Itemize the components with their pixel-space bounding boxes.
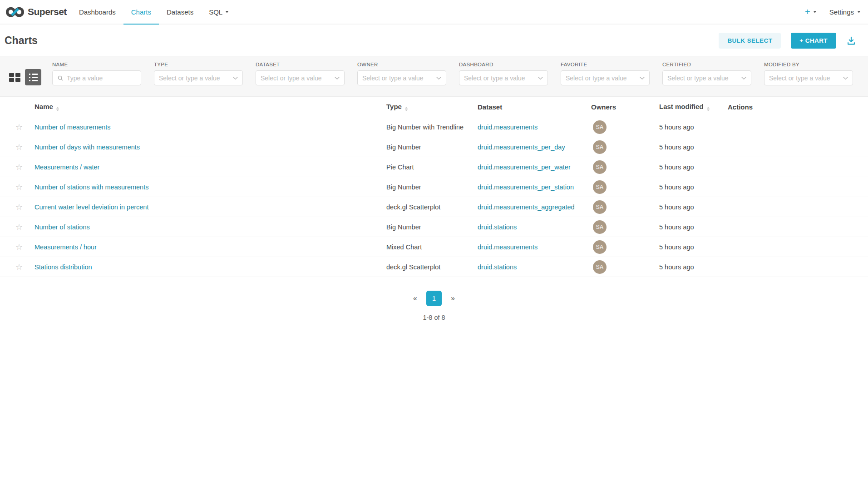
- favorite-star-icon[interactable]: ☆: [15, 183, 23, 191]
- chevron-down-icon: [436, 76, 441, 80]
- owner-avatar: SA: [593, 180, 607, 194]
- dataset-link[interactable]: druid.measurements_per_station: [478, 184, 574, 191]
- filter-dataset: DATASET Select or type a value: [256, 62, 345, 85]
- certified-filter-select[interactable]: Select or type a value: [662, 70, 751, 85]
- pagination: « 1 »: [0, 291, 868, 306]
- favorite-star-icon[interactable]: ☆: [15, 143, 23, 151]
- filter-label: MODIFIED BY: [764, 62, 853, 67]
- owner-avatar: SA: [593, 160, 607, 174]
- filter-label: DATASET: [256, 62, 345, 67]
- name-column-header[interactable]: Name: [35, 97, 386, 117]
- dataset-link[interactable]: druid.stations: [478, 223, 517, 231]
- favorite-star-icon[interactable]: ☆: [15, 203, 23, 211]
- dataset-link[interactable]: druid.measurements: [478, 243, 538, 251]
- add-chart-button[interactable]: + CHART: [791, 33, 836, 49]
- chart-type: Big Number: [386, 223, 421, 231]
- bulk-select-button[interactable]: BULK SELECT: [719, 33, 781, 49]
- list-view-icon: [29, 74, 38, 81]
- pagination-summary: 1-8 of 8: [0, 314, 868, 321]
- favorite-star-icon[interactable]: ☆: [15, 223, 23, 231]
- chart-name-link[interactable]: Current water level deviation in percent: [35, 203, 148, 211]
- chevron-down-icon: [335, 76, 340, 80]
- chevron-down-icon: [814, 11, 816, 13]
- superset-logo[interactable]: Superset: [5, 0, 67, 24]
- dataset-link[interactable]: druid.measurements_per_day: [478, 144, 565, 151]
- owner-avatar: SA: [593, 240, 607, 254]
- actions-cell: [728, 117, 868, 137]
- chart-name-link[interactable]: Number of stations: [35, 223, 90, 231]
- favorite-column-header: [0, 97, 35, 117]
- owner-avatar: SA: [593, 200, 607, 214]
- favorite-filter-select[interactable]: Select or type a value: [561, 70, 650, 85]
- favorite-star-icon[interactable]: ☆: [15, 163, 23, 171]
- filter-name: NAME: [52, 62, 141, 85]
- filter-modified-by: MODIFIED BY Select or type a value: [764, 62, 853, 85]
- last-modified-column-header[interactable]: Last modified: [659, 97, 728, 117]
- navbar-right: + Settings: [805, 0, 861, 24]
- dataset-link[interactable]: druid.measurements_aggregated: [478, 203, 575, 211]
- owner-avatar: SA: [593, 140, 607, 154]
- next-page-button[interactable]: »: [448, 293, 458, 304]
- card-view-icon: [9, 73, 20, 82]
- view-toggles: [6, 69, 41, 85]
- dataset-link[interactable]: druid.measurements: [478, 124, 538, 131]
- current-page-button[interactable]: 1: [426, 291, 442, 306]
- main-nav: Dashboards Charts Datasets SQL: [71, 0, 237, 24]
- table-row: ☆ Number of stations with measurements B…: [0, 177, 868, 197]
- filter-type: TYPE Select or type a value: [154, 62, 243, 85]
- chart-name-link[interactable]: Number of stations with measurements: [35, 184, 148, 191]
- export-button[interactable]: [846, 36, 856, 46]
- actions-cell: [728, 237, 868, 257]
- settings-menu-button[interactable]: Settings: [829, 8, 861, 16]
- chart-name-link[interactable]: Number of days with measurements: [35, 144, 140, 151]
- dataset-link[interactable]: druid.stations: [478, 263, 517, 271]
- new-item-menu-button[interactable]: +: [805, 7, 817, 16]
- nav-item-sql[interactable]: SQL: [201, 0, 237, 25]
- favorite-star-icon[interactable]: ☆: [15, 243, 23, 251]
- prev-page-button[interactable]: «: [410, 293, 420, 304]
- nav-item-charts[interactable]: Charts: [123, 0, 159, 25]
- nav-item-dashboards[interactable]: Dashboards: [71, 0, 123, 25]
- filter-label: CERTIFIED: [662, 62, 751, 67]
- dataset-link[interactable]: druid.measurements_per_water: [478, 164, 571, 171]
- card-view-button[interactable]: [6, 69, 23, 85]
- actions-cell: [728, 177, 868, 197]
- filter-certified: CERTIFIED Select or type a value: [662, 62, 751, 85]
- list-view-button[interactable]: [25, 69, 41, 85]
- chart-name-link[interactable]: Measurements / water: [35, 164, 99, 171]
- modified-by-filter-select[interactable]: Select or type a value: [764, 70, 853, 85]
- chevron-down-icon: [226, 11, 228, 13]
- filter-label: OWNER: [357, 62, 446, 67]
- actions-cell: [728, 157, 868, 177]
- dataset-filter-select[interactable]: Select or type a value: [256, 70, 345, 85]
- chart-name-link[interactable]: Stations distribution: [35, 263, 92, 271]
- dashboard-filter-select[interactable]: Select or type a value: [459, 70, 548, 85]
- chart-name-link[interactable]: Measurements / hour: [35, 243, 97, 251]
- last-modified: 5 hours ago: [659, 184, 694, 191]
- chart-name-link[interactable]: Number of measurements: [35, 124, 111, 131]
- sort-icon: [707, 107, 710, 111]
- favorite-star-icon[interactable]: ☆: [15, 263, 23, 271]
- type-filter-select[interactable]: Select or type a value: [154, 70, 243, 85]
- filter-label: FAVORITE: [561, 62, 650, 67]
- table-row: ☆ Measurements / hour Mixed Chart druid.…: [0, 237, 868, 257]
- table-row: ☆ Number of stations Big Number druid.st…: [0, 217, 868, 237]
- chevron-down-icon: [858, 11, 860, 13]
- actions-column-header: Actions: [728, 97, 868, 117]
- nav-item-datasets[interactable]: Datasets: [159, 0, 201, 25]
- favorite-star-icon[interactable]: ☆: [15, 123, 23, 131]
- filter-favorite: FAVORITE Select or type a value: [561, 62, 650, 85]
- page-header: Charts BULK SELECT + CHART: [0, 25, 868, 56]
- chart-type: Big Number: [386, 144, 421, 151]
- type-column-header[interactable]: Type: [386, 97, 478, 117]
- filter-owner: OWNER Select or type a value: [357, 62, 446, 85]
- name-filter-inputbox: [52, 70, 141, 85]
- table-header-row: Name Type Dataset Owners Last modified A…: [0, 97, 868, 117]
- charts-table: Name Type Dataset Owners Last modified A…: [0, 97, 868, 277]
- last-modified: 5 hours ago: [659, 203, 694, 211]
- name-filter-input[interactable]: [67, 74, 136, 82]
- actions-cell: [728, 257, 868, 277]
- filter-label: DASHBOARD: [459, 62, 548, 67]
- owner-filter-select[interactable]: Select or type a value: [357, 70, 446, 85]
- chevron-down-icon: [640, 76, 645, 80]
